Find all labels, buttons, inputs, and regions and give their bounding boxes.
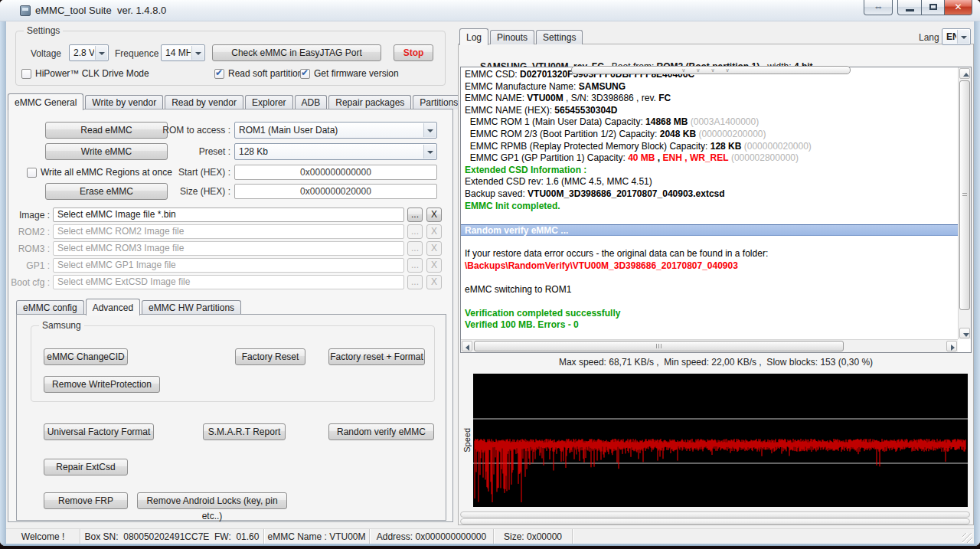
preset-select[interactable]: 128 Kb [234, 143, 437, 160]
clear-button[interactable]: X [426, 241, 442, 256]
speed-chart-plot [473, 374, 968, 507]
remove-frp-button[interactable]: Remove FRP [44, 492, 128, 509]
main-tab-repair-packages[interactable]: Repair packages [328, 95, 411, 109]
start-hex-input[interactable]: 0x000000000000 [234, 165, 437, 180]
clear-button[interactable]: X [426, 275, 442, 289]
settings-group-label: Settings [24, 25, 63, 36]
random-verify-emmc-button[interactable]: Random verify eMMC [328, 423, 434, 440]
log-tab-strip: LogPinoutsSettings [459, 28, 584, 44]
right-tab-settings[interactable]: Settings [536, 30, 583, 44]
browse-button[interactable]: ... [407, 241, 423, 256]
log-panel: SAMSUNG VTU00M rev. FC Boot from: ROM2 (… [458, 44, 974, 525]
clear-button[interactable]: X [426, 208, 442, 222]
status-segment-4: Size: 0x00000 [494, 529, 573, 544]
status-segment-1: Box SN: 080050202491CC7E FW: 01.60 [80, 529, 264, 544]
file-path-input[interactable]: Select eMMC GP1 Image file [53, 258, 404, 273]
scroll-left-button[interactable] [462, 341, 472, 351]
scroll-up-button[interactable] [959, 68, 970, 79]
file-path-input[interactable]: Select eMMC ROM2 Image file [53, 224, 404, 239]
main-tab-write-by-vendor[interactable]: Write by vendor [85, 95, 163, 109]
window-border-right [974, 21, 980, 544]
log-line: Backup saved: VTU00M_3D398686_20170807_0… [465, 188, 954, 201]
right-tab-log[interactable]: Log [459, 28, 488, 45]
check-emmc-button[interactable]: Check eMMC in EasyJTAG Port [212, 44, 381, 61]
browse-button[interactable]: ... [407, 275, 423, 289]
rom-to-access-label: ROM to access : [123, 125, 230, 136]
file-row-label: ROM3 : [8, 243, 50, 254]
resize-grip[interactable] [962, 533, 972, 543]
stop-button[interactable]: Stop [394, 44, 433, 61]
progress-track-1 [460, 511, 970, 518]
lang-select[interactable]: EN [942, 28, 971, 45]
close-button[interactable]: ✕ [944, 0, 972, 15]
factory-reset-button[interactable]: Factory Reset [235, 348, 305, 365]
universal-factory-format-button[interactable]: Universal Factory Format [44, 423, 154, 440]
checkbox-checked-icon [214, 69, 224, 79]
swap-window-button[interactable]: ⇔ [864, 0, 893, 15]
log-line: EMMC ROM 1 (Main User Data) Capacity: 14… [465, 116, 954, 129]
browse-button[interactable]: ... [407, 224, 423, 239]
voltage-value: 2.8 V [74, 45, 94, 60]
right-tab-pinouts[interactable]: Pinouts [490, 30, 534, 44]
frequence-select[interactable]: 14 MHz [161, 44, 205, 61]
size-hex-input[interactable]: 0x000000020000 [234, 184, 437, 199]
titlebar: eMMC_tool Suite ver. 1.4.8.0 ⇔ ✕ [0, 0, 980, 21]
log-line: EMMC GP1 (GP Partition 1) Capacity: 40 M… [465, 152, 954, 165]
file-path-input[interactable]: Select eMMC Image file *.bin [53, 208, 404, 222]
read-soft-label: Read soft partitions [228, 68, 307, 79]
file-row-label: Image : [8, 210, 50, 221]
scroll-right-icon [951, 345, 955, 351]
log-line: EMMC NAME (HEX): 56545530304D [465, 105, 954, 117]
horizontal-scroll-thumb[interactable] [474, 341, 844, 351]
hipower-checkbox[interactable]: HiPower™ CLK Drive Mode [21, 68, 149, 79]
log-line [465, 212, 954, 224]
hipower-label: HiPower™ CLK Drive Mode [35, 68, 149, 79]
voltage-select[interactable]: 2.8 V [69, 44, 109, 61]
vertical-scroll-thumb[interactable] [959, 80, 970, 310]
file-path-input[interactable]: Select eMMC ROM3 Image file [53, 241, 404, 256]
minimize-button[interactable] [897, 0, 922, 15]
thumb-grip-icon [962, 193, 967, 198]
read-soft-partitions-checkbox[interactable]: Read soft partitions [214, 68, 307, 79]
log-line: EMMC NAME: VTU00M , S/N: 3D398686 , rev.… [465, 93, 954, 105]
repair-extcsd-button[interactable]: Repair ExtCsd [44, 459, 128, 475]
sub-tab-advanced[interactable]: Advanced [86, 299, 140, 315]
close-icon: ✕ [954, 2, 962, 12]
sub-tab-emmc-hw-partitions[interactable]: eMMC HW Partitions [142, 300, 241, 315]
file-row-label: GP1 : [8, 260, 50, 271]
log-line: EMMC Init completed. [465, 201, 954, 213]
factory-reset-format-button[interactable]: Factory reset + Format [328, 348, 425, 365]
rom-to-access-select[interactable]: ROM1 (Main User Data) [234, 122, 437, 139]
log-vertical-scrollbar[interactable] [958, 67, 971, 339]
log-lines: EMMC CSD: D02701320F5903FFF6DBFFFF8E4040… [461, 67, 958, 339]
clear-button[interactable]: X [426, 224, 442, 239]
preset-value: 128 Kb [239, 144, 423, 159]
chevron-down-icon [423, 145, 436, 158]
main-tab-read-by-vendor[interactable]: Read by vendor [165, 95, 243, 109]
preset-label: Preset : [123, 146, 230, 157]
log-line: EMMC ROM 2/3 (Boot Partition 1/2) Capaci… [465, 129, 954, 141]
log-line-highlight: Random verify eMMC ... [461, 224, 958, 237]
main-tab-emmc-general[interactable]: eMMC General [8, 93, 83, 110]
scroll-right-button[interactable] [946, 341, 957, 351]
scroll-down-icon [963, 333, 969, 337]
log-output[interactable]: EMMC CSD: D02701320F5903FFF6DBFFFF8E4040… [460, 67, 972, 353]
browse-button[interactable]: ... [407, 258, 423, 273]
log-horizontal-scrollbar[interactable] [461, 339, 958, 352]
emmc-changecid-button[interactable]: eMMC ChangeCID [44, 348, 128, 365]
main-tab-adb[interactable]: ADB [295, 95, 328, 109]
main-tab-explorer[interactable]: Explorer [245, 95, 293, 109]
remove-writeprotection-button[interactable]: Remove WriteProtection [44, 376, 160, 393]
sub-tab-emmc-config[interactable]: eMMC config [16, 300, 84, 315]
window-title: eMMC_tool Suite ver. 1.4.8.0 [35, 0, 166, 21]
log-line: \Backups\RandomVerify\VTU00M_3D398686_20… [465, 260, 954, 273]
get-firmware-checkbox[interactable]: Get firmware version [300, 68, 399, 79]
file-path-input[interactable]: Select eMMC ExtCSD Image file [53, 275, 404, 289]
scroll-down-button[interactable] [959, 328, 970, 338]
maximize-button[interactable] [922, 0, 944, 15]
chevron-down-icon [191, 46, 204, 60]
remove-android-locks-button[interactable]: Remove Android Locks (key, pin etc..) [137, 492, 287, 509]
browse-button[interactable]: ... [407, 208, 423, 222]
smart-report-button[interactable]: S.M.A.R.T Report [203, 423, 286, 440]
clear-button[interactable]: X [426, 258, 442, 273]
